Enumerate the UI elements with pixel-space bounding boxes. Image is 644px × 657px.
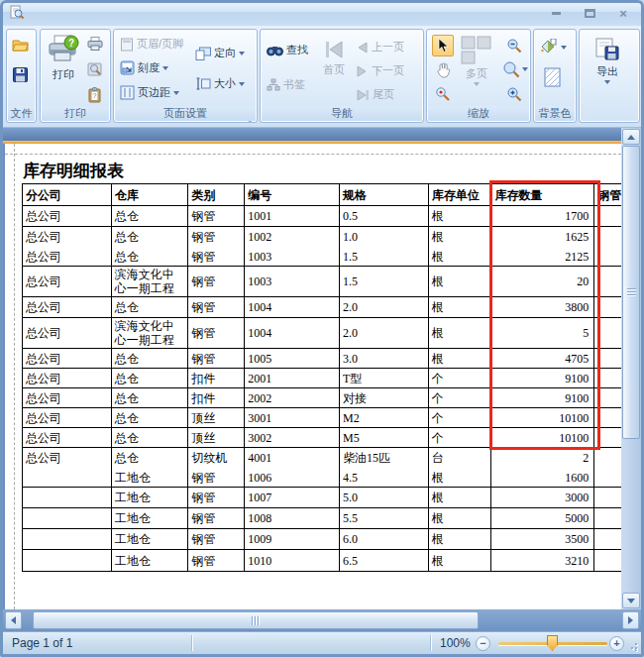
margins-icon [120,85,135,100]
zoom-out-button[interactable] [503,35,525,56]
zoom-slider-thumb[interactable] [547,635,558,651]
zoom-in-icon [506,86,522,102]
header-cell: 规格 [340,184,429,205]
table-cell: 个 [429,388,492,407]
ribbon-group-page-setup: 页眉/页脚 刻度 页边距 [113,29,258,123]
margins-button[interactable]: 页边距 [120,85,179,100]
scale-button[interactable]: 刻度 [120,60,168,75]
orientation-button[interactable]: 定向 [195,46,245,60]
quick-print-button[interactable] [87,37,103,51]
print-preview-window: × 文件 [0,0,644,657]
multi-page-button[interactable]: 多页 [461,36,492,86]
header-footer-button[interactable]: 页眉/页脚 [120,37,183,52]
print-options-button[interactable] [87,62,103,77]
prev-page-icon [356,42,369,54]
vertical-scrollbar[interactable] [621,128,641,609]
open-button[interactable] [12,38,30,53]
last-page-button[interactable]: 尾页 [356,87,394,102]
header-cell: 分公司 [23,184,112,205]
print-preview-icon [9,5,25,25]
table-cell: M2 [340,408,429,427]
horizontal-scrollbar-thumb[interactable] [33,611,479,629]
table-cell: 扣件 [188,369,245,387]
table-cell: 3.0 [340,349,429,368]
table-cell: 1.5 [340,267,429,296]
orientation-label: 定向 [214,46,236,60]
print-button[interactable]: ? 打印 [47,35,80,82]
table-cell: 5.5 [340,508,429,528]
ribbon-group-print: ? 打印 [40,29,111,123]
table-row: 总公司总仓切纹机4001柴油15匹台2 [23,448,621,468]
table-cell: 根 [429,206,492,226]
ribbon-group-zoom: 多页 [426,29,531,123]
table-cell [23,550,112,571]
resize-grip[interactable] [625,639,637,651]
table-cell: 1.0 [340,227,429,247]
statusbar: Page 1 of 1 100% − + [3,631,641,654]
table-cell: 1.5 [340,247,429,266]
table-cell: 总仓 [112,206,189,226]
header-cell: 库存单位 [429,184,492,205]
export-button[interactable]: 导出 [593,36,621,84]
zoom-level-button[interactable] [500,58,522,80]
next-page-button[interactable]: 下一页 [356,63,404,78]
scroll-up-button[interactable] [622,129,640,145]
table-cell: 1010 [245,550,340,571]
report-title: 库存明细报表 [23,160,124,182]
minimize-button[interactable] [547,6,565,20]
table-cell: 3500 [491,529,594,549]
scale-icon [120,60,135,75]
scroll-left-icon [11,616,16,624]
prev-page-button[interactable]: 上一页 [356,40,404,55]
export-icon [593,36,621,63]
multi-page-icon [461,36,492,65]
scroll-left-button[interactable] [5,611,22,629]
group-label-page-setup: 页面设置 [115,106,256,121]
background-color-button[interactable] [539,39,567,55]
zoom-dropdown-icon[interactable] [522,67,528,71]
watermark-button[interactable] [544,67,561,87]
table-cell [594,508,621,528]
scroll-down-button[interactable] [622,593,640,608]
table-cell: 1008 [245,508,340,528]
page-setup-button[interactable]: ? [88,87,101,103]
first-page-button[interactable]: 首页 [322,38,346,77]
group-label-navigation: 导航 [262,106,422,121]
save-button[interactable] [13,67,28,82]
scroll-right-button[interactable] [622,611,639,629]
clipboard-icon: ? [88,87,101,103]
size-label: 大小 [214,76,236,91]
table-cell: 总仓 [112,227,189,247]
table-row: 工地仓钢管10096.0根3500 [23,529,621,550]
table-cell: 5.0 [340,488,429,507]
table-cell: 2 [491,448,594,468]
dynamic-zoom-button[interactable] [432,84,454,104]
table-cell: 台 [429,448,492,468]
table-cell: 根 [429,550,492,571]
table-cell: 2001 [245,369,340,387]
table-cell: 4001 [245,448,340,468]
maximize-button[interactable] [581,6,598,20]
bookmark-button[interactable]: 书签 [267,77,305,92]
next-page-label: 下一页 [372,63,404,78]
zoom-out-slider-button[interactable]: − [476,636,490,651]
statusbar-separator [191,635,192,651]
find-button[interactable]: 查找 [267,43,308,57]
zoom-in-slider-button[interactable]: + [609,636,624,651]
size-dropdown-icon [239,82,245,86]
table-cell: 工地仓 [112,550,189,571]
table-cell: 钢管 [188,247,245,266]
table-cell: 1600 [491,468,594,487]
pointer-tool-button[interactable] [432,35,454,56]
table-cell: 钢管 [188,508,245,528]
hand-tool-button[interactable] [432,59,454,81]
vertical-scrollbar-thumb[interactable] [622,146,640,439]
table-row: 工地仓钢管10075.0根3000 [23,488,621,508]
header-cell: 编号 [245,184,340,205]
zoom-in-button[interactable] [503,83,525,105]
titlebar[interactable]: × [0,0,644,26]
horizontal-scrollbar[interactable] [3,609,641,631]
close-button[interactable]: × [614,6,632,20]
size-button[interactable]: 大小 [195,76,245,91]
bookmark-label: 书签 [283,77,305,92]
